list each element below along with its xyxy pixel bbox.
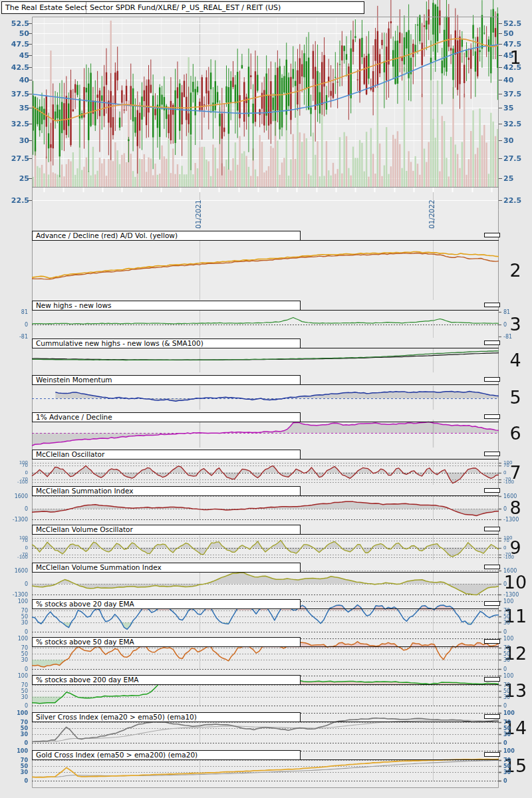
panel-axis-label-left: 50	[0, 688, 28, 694]
price-axis-label-left: 40	[0, 76, 29, 84]
price-axis-label-right: 27.5	[503, 154, 531, 163]
panel-axis-label-right: 30	[503, 620, 530, 626]
price-axis-label-right: 35	[503, 104, 531, 112]
panel-axis-label-left: 30	[0, 694, 28, 700]
panel-axis-label-right: 30	[503, 732, 530, 737]
panel-axis-label-right: 0	[503, 581, 530, 587]
panel-axis-label-right: 0	[503, 703, 530, 709]
panel-title-box: % stocks above 20 day EMA	[32, 599, 301, 609]
panel-title: Weinstein Momentum	[33, 376, 300, 384]
panel-border-line	[301, 646, 499, 647]
panel-border-line	[301, 459, 499, 460]
panel-axis-label-right: 30	[503, 657, 530, 663]
panel-axis-label-left: 70	[0, 608, 28, 614]
panel-axis-label-right: 50	[503, 763, 530, 769]
panel-axis-label-right: -100	[503, 555, 530, 560]
panel-title: % stocks above 50 day EMA	[33, 638, 300, 646]
panel-axis-label-left: 0	[0, 506, 28, 512]
panel-axis-label-left: 30	[0, 732, 28, 737]
panel-title-box: Advance / Decline (red) A/D Vol. (yellow…	[32, 231, 301, 241]
panel-axis-label-left: 100	[0, 636, 28, 642]
panel-axis-label-left: 0	[0, 666, 28, 672]
panel-border-line	[301, 310, 499, 311]
panel-tab	[484, 677, 500, 682]
panel-axis-label-right: 100	[503, 748, 530, 754]
panel-border-line	[301, 422, 499, 422]
panel-number-6: 6	[500, 424, 531, 444]
panel-border-line	[301, 495, 499, 496]
panel-title-box: Cummulative new highs - new lows (& SMA1…	[32, 338, 301, 348]
panel-axis-label-left: 0	[0, 778, 28, 784]
panel-tab	[484, 601, 500, 606]
panel-axis-label-right: 0	[503, 778, 530, 784]
price-axis-label-right: 32.5	[503, 120, 531, 128]
price-axis-label-left: 25	[0, 174, 29, 183]
panel-axis-label-left: 0	[0, 629, 28, 635]
panel-axis-label-left: 0	[0, 322, 28, 328]
panel-axis-label-right: 100	[503, 636, 530, 642]
panel-border-line	[301, 684, 499, 685]
panel-axis-label-right: 1600	[503, 493, 530, 499]
panel-axis-label-left: 50	[0, 651, 28, 657]
panel-title: McClellan Summation Index	[33, 487, 300, 495]
price-axis-label-right: 52.5	[503, 19, 531, 28]
panel-tab	[484, 639, 500, 644]
price-axis-label-left: 32.5	[0, 120, 29, 128]
panel-axis-label-left: 70	[0, 463, 28, 468]
price-axis-label-right: 50	[503, 29, 531, 38]
panel-tab	[484, 340, 500, 345]
panel-axis-label-right: 0	[503, 322, 530, 328]
panel-number-1: 1	[500, 48, 531, 68]
window-title-box: The Real Estate Select Sector SPDR Fund/…	[1, 1, 364, 14]
panel-tab	[484, 714, 500, 719]
panel-axis-label-right: 70	[503, 757, 530, 763]
panel-title-box: McClellan Oscillator	[32, 450, 301, 460]
panel-axis-label-right: 1600	[503, 568, 530, 574]
panel-axis-label-left: 0	[0, 545, 28, 551]
panel-axis-label-left: 100	[0, 710, 28, 716]
panel-axis-label-left: 70	[0, 538, 28, 543]
panel-axis-label-right: 50	[503, 651, 530, 657]
panel-title: Advance / Decline (red) A/D Vol. (yellow…	[33, 231, 300, 240]
panel-axis-label-right: 70	[503, 720, 530, 726]
panel-tab	[484, 527, 500, 531]
panel-border-line	[301, 348, 499, 348]
price-axis-label-left: 50	[0, 29, 29, 38]
panel-border-line	[301, 572, 499, 573]
price-axis-label-right: 37.5	[503, 90, 531, 98]
panel-title-box: McClellan Volume Summation Index	[32, 563, 301, 573]
panel-axis-label-right: 0	[503, 666, 530, 672]
panel-axis-label-right: 70	[503, 463, 530, 468]
title-divider	[86, 2, 86, 13]
price-axis-label-right: 22.5	[503, 196, 531, 205]
panel-title: Cummulative new highs - new lows (& SMA1…	[33, 339, 300, 348]
panel-axis-label-right: 70	[503, 538, 530, 543]
panel-axis-label-right: 70	[503, 682, 530, 688]
price-axis-label-left: 22.5	[0, 196, 29, 205]
panel-axis-label-right: 0	[503, 629, 530, 635]
panel-axis-label-left: -1300	[0, 592, 28, 598]
price-axis-label-left: 42.5	[0, 63, 29, 72]
panel-number-4: 4	[500, 350, 531, 370]
panel-title: Gold Cross Index (ema50 > ema200) (ema20…	[33, 751, 300, 759]
panel-axis-label-right: 0	[503, 740, 530, 746]
panel-axis-label-right: 100	[503, 673, 530, 679]
date-label: 01/2022	[428, 189, 436, 229]
panel-border-line	[301, 384, 499, 385]
panel-axis-label-left: 50	[0, 763, 28, 769]
panel-axis-label-left: 30	[0, 620, 28, 626]
panel-border-line	[301, 240, 499, 241]
price-axis-label-right: 30	[503, 136, 531, 145]
panel-axis-label-left: 70	[0, 645, 28, 651]
panel-axis-label-left: 0	[0, 581, 28, 587]
price-axis-label-left: 30	[0, 136, 29, 145]
panel-border-line	[301, 759, 499, 760]
date-label: 01/2021	[194, 189, 202, 229]
panel-axis-label-left: 0	[0, 470, 28, 475]
panel-axis-label-left: 50	[0, 614, 28, 620]
panel-axis-label-right: 50	[503, 688, 530, 694]
panel-title-box: Silver Cross Index (ema20 > ema50) (ema1…	[32, 712, 301, 722]
panel-axis-label-right: 0	[503, 506, 530, 512]
price-axis-label-left: 52.5	[0, 19, 29, 28]
panel-tab	[484, 377, 500, 382]
